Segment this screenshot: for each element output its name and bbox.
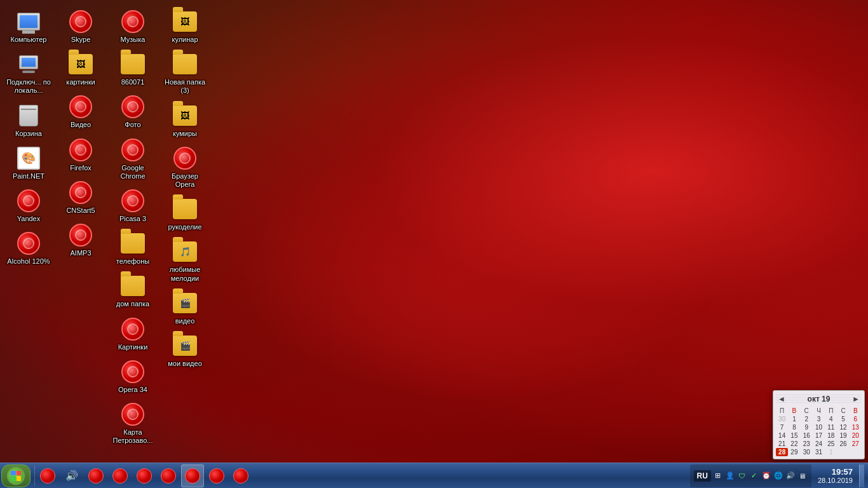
new-folder-icon <box>172 51 198 77</box>
tray-volume-icon[interactable]: 🔊 <box>785 471 796 481</box>
cal-day-cell[interactable]: 16 <box>801 431 813 440</box>
tray-clock-icon[interactable]: ⏰ <box>761 471 771 481</box>
desktop-icon-cnstart[interactable]: CNStart5 <box>56 177 105 217</box>
tray-check-icon[interactable]: ✓ <box>749 471 759 481</box>
desktop-icon-kartinki[interactable]: Картинки <box>108 314 158 354</box>
desktop-icon-paintnet[interactable]: 🎨Paint.NET <box>4 143 53 183</box>
desktop-icon-skype[interactable]: Skype <box>56 6 105 46</box>
cal-day-cell[interactable]: 27 <box>850 440 862 448</box>
cal-day-header: В <box>788 407 800 415</box>
desktop-icon-network[interactable]: Подключ... по локаль... <box>4 49 53 97</box>
cal-day-cell[interactable]: 20 <box>850 431 862 440</box>
desktop-icon-melodies[interactable]: 🎵любимые мелодии <box>160 236 210 285</box>
desktop-icon-opera34[interactable]: Opera 34 <box>108 356 158 396</box>
cal-day-cell[interactable]: 23 <box>801 440 813 448</box>
cal-day-cell[interactable]: 15 <box>788 431 800 440</box>
crafts-icon <box>172 196 198 222</box>
taskbar-icon-tb-opera2[interactable] <box>85 464 107 487</box>
cal-month-label: окт 19 <box>808 395 831 403</box>
taskbar-icon-tb-opera5[interactable] <box>157 464 180 487</box>
tray-shield-icon[interactable]: 🛡 <box>737 471 747 481</box>
desktop-icon-firefox[interactable]: Firefox <box>56 135 105 175</box>
desktop-icon-trash[interactable]: Корзина <box>4 100 53 140</box>
cal-day-cell[interactable]: 22 <box>788 440 800 448</box>
tray-person-icon[interactable]: 👤 <box>725 471 735 481</box>
cal-prev-button[interactable]: ◄ <box>776 395 787 403</box>
desktop-icon-chrome[interactable]: Google Chrome <box>108 135 158 183</box>
show-desktop-button[interactable] <box>859 464 864 487</box>
cook-label: кулинар <box>172 36 198 44</box>
desktop-icon-browser-opera[interactable]: Браузер Opera <box>160 143 210 191</box>
cal-day-cell[interactable] <box>850 448 862 456</box>
desktop-icon-aimp3[interactable]: AIMP3 <box>56 220 105 260</box>
cal-day-cell[interactable]: 19 <box>837 431 849 440</box>
cal-day-cell[interactable]: 25 <box>825 440 837 448</box>
cal-day-cell[interactable]: 2 <box>801 415 813 423</box>
windows-logo <box>11 471 21 481</box>
cal-day-cell[interactable]: 30 <box>776 415 788 423</box>
desktop-icon-pictures[interactable]: 🖼картинки <box>56 49 105 89</box>
cal-day-cell[interactable]: 5 <box>837 415 849 423</box>
desktop-icon-crafts[interactable]: рукоделие <box>160 194 210 234</box>
desktop-icon-kumiry[interactable]: 🖼кумиры <box>160 100 210 140</box>
skype-label: Skype <box>71 36 91 44</box>
cal-day-cell[interactable]: 29 <box>788 448 800 456</box>
desktop-icon-photo[interactable]: Фото <box>108 92 158 132</box>
tray-monitor-icon[interactable]: 🖥 <box>797 471 808 481</box>
cal-day-cell[interactable]: 14 <box>776 431 788 440</box>
desktop-icon-phones[interactable]: телефоны <box>108 228 158 268</box>
cal-day-cell[interactable]: 7 <box>776 423 788 431</box>
cal-day-cell[interactable]: 6 <box>850 415 862 423</box>
win-pane-tr <box>17 471 22 476</box>
cal-day-cell[interactable]: 10 <box>813 423 825 431</box>
desktop-icon-myvideos[interactable]: 🎬мои видео <box>160 330 210 370</box>
cal-day-cell[interactable]: 26 <box>837 440 849 448</box>
cal-day-cell[interactable]: 18 <box>825 431 837 440</box>
taskbar-icon-tb-opera7[interactable] <box>205 464 228 487</box>
cal-day-cell[interactable]: 3 <box>813 415 825 423</box>
taskbar-icon-tb-opera3[interactable] <box>109 464 132 487</box>
desktop-icon-yandex[interactable]: Yandex <box>4 186 53 226</box>
calendar-widget[interactable]: ◄ окт 19 ► ПВСЧПСВ 301234567891011121314… <box>773 390 865 459</box>
cal-day-cell[interactable]: 11 <box>825 423 837 431</box>
desktop-icon-home[interactable]: дом папка <box>108 271 158 311</box>
skype-icon <box>68 9 93 34</box>
desktop-icon-video-folder[interactable]: 🎬видео <box>160 288 210 328</box>
cal-day-cell[interactable]: 31 <box>813 448 825 456</box>
desktop-icon-860071[interactable]: 860071 <box>108 49 158 89</box>
cal-next-button[interactable]: ► <box>850 395 862 403</box>
cal-day-cell[interactable]: 1 <box>825 448 837 456</box>
taskbar-icon-tb-opera8[interactable] <box>229 464 252 487</box>
cal-day-cell[interactable]: 12 <box>837 423 849 431</box>
taskbar-icon-tb-speaker[interactable]: 🔊 <box>60 464 83 487</box>
language-indicator[interactable]: RU <box>694 470 711 482</box>
taskbar-icon-tb-opera1[interactable] <box>36 464 59 487</box>
desktop-icon-cook[interactable]: 🖼кулинар <box>160 6 210 46</box>
desktop-icon-music[interactable]: Музыка <box>108 6 158 46</box>
cal-day-cell[interactable]: 8 <box>788 423 800 431</box>
cal-day-cell[interactable]: 24 <box>813 440 825 448</box>
desktop-icon-alcohol[interactable]: Alcohol 120% <box>4 228 53 268</box>
cal-day-cell[interactable]: 17 <box>813 431 825 440</box>
taskbar-icon-tb-opera6[interactable] <box>181 464 204 487</box>
cal-day-cell[interactable]: 1 <box>788 415 800 423</box>
tray-network-icon[interactable]: 🌐 <box>773 471 783 481</box>
desktop-icon-new-folder[interactable]: Новая папка (3) <box>160 49 210 97</box>
desktop-icon-video[interactable]: Видео <box>56 92 105 132</box>
cal-day-cell[interactable]: 21 <box>776 440 788 448</box>
desktop-icon-karta[interactable]: Карта Петрозаво... <box>108 399 158 447</box>
cal-day-cell[interactable]: 9 <box>801 423 813 431</box>
taskbar-icon-tb-opera4[interactable] <box>133 464 156 487</box>
clock[interactable]: 19:57 28.10.2019 <box>814 467 857 484</box>
win-pane-br <box>17 476 22 481</box>
cal-day-cell[interactable]: 4 <box>825 415 837 423</box>
desktop-icon-picasa[interactable]: Picasa 3 <box>108 186 158 226</box>
cal-day-cell[interactable]: 30 <box>801 448 813 456</box>
cal-day-cell[interactable] <box>837 448 849 456</box>
tray-grid-icon[interactable]: ⊞ <box>713 471 723 481</box>
cal-day-cell[interactable]: 13 <box>850 423 862 431</box>
desktop-icon-computer[interactable]: Компьютер <box>4 6 53 46</box>
cal-day-cell[interactable]: 28 <box>776 448 788 456</box>
myvideos-label: мои видео <box>168 360 202 368</box>
start-button[interactable] <box>1 464 31 487</box>
